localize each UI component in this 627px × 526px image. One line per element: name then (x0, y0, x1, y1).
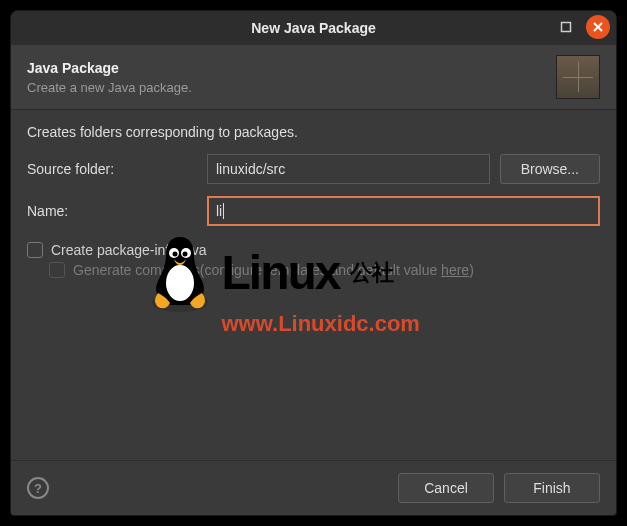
configure-templates-link[interactable]: here (441, 262, 469, 278)
banner: Java Package Create a new Java package. (11, 45, 616, 110)
source-folder-label: Source folder: (27, 161, 197, 177)
finish-button[interactable]: Finish (504, 473, 600, 503)
help-icon: ? (34, 481, 42, 496)
maximize-icon (560, 21, 572, 33)
create-package-info-checkbox[interactable] (27, 242, 43, 258)
text-caret (223, 203, 224, 219)
generate-comments-checkbox (49, 262, 65, 278)
svg-rect-0 (562, 23, 571, 32)
window-title: New Java Package (251, 20, 376, 36)
dialog-window: New Java Package Java Package Create a n… (10, 10, 617, 516)
name-label: Name: (27, 203, 197, 219)
banner-subheading: Create a new Java package. (27, 80, 192, 95)
create-package-info-label: Create package-info.java (51, 242, 207, 258)
watermark-url: www.Linuxidc.com (222, 311, 484, 337)
content-area: Creates folders corresponding to package… (11, 110, 616, 460)
banner-text: Java Package Create a new Java package. (27, 60, 192, 95)
generate-comments-row: Generate comments(configure templates an… (49, 262, 600, 278)
generate-comments-label: Generate comments(configure templates an… (73, 262, 474, 278)
browse-button[interactable]: Browse... (500, 154, 600, 184)
titlebar: New Java Package (11, 11, 616, 45)
name-input-value: li (216, 203, 222, 219)
close-button[interactable] (586, 15, 610, 39)
footer: ? Cancel Finish (11, 460, 616, 515)
cancel-button[interactable]: Cancel (398, 473, 494, 503)
name-input[interactable]: li (207, 196, 600, 226)
content-description: Creates folders corresponding to package… (27, 124, 600, 140)
source-folder-row: Source folder: Browse... (27, 154, 600, 184)
maximize-button[interactable] (554, 15, 578, 39)
svg-point-3 (152, 294, 208, 312)
close-icon (592, 21, 604, 33)
window-controls (554, 15, 610, 39)
source-folder-input[interactable] (207, 154, 490, 184)
name-row: Name: li (27, 196, 600, 226)
package-icon (556, 55, 600, 99)
create-package-info-row: Create package-info.java (27, 242, 600, 258)
banner-heading: Java Package (27, 60, 192, 76)
help-button[interactable]: ? (27, 477, 49, 499)
footer-buttons: Cancel Finish (398, 473, 600, 503)
